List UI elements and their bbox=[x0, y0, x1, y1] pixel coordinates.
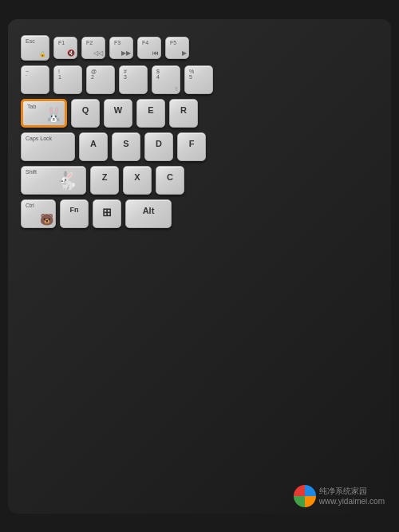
key-2[interactable]: @ 2 bbox=[86, 65, 115, 94]
z-label: Z bbox=[102, 172, 108, 182]
key-f[interactable]: F bbox=[177, 132, 206, 161]
key-4[interactable]: $ 4 ₹ bbox=[152, 65, 180, 94]
shift-label: Shift bbox=[26, 169, 37, 175]
key-3[interactable]: # 3 bbox=[119, 65, 148, 94]
bottom-row: Ctrl 🐻 Fn ⊞ Alt bbox=[21, 199, 378, 228]
key-w[interactable]: W bbox=[104, 99, 132, 128]
key-tab[interactable]: Tab 🐰 bbox=[21, 99, 67, 128]
key-s[interactable]: S bbox=[112, 132, 140, 161]
key-esc[interactable]: Esc 🔒 bbox=[21, 35, 49, 61]
key3-top: # bbox=[124, 69, 127, 74]
key-r[interactable]: R bbox=[169, 99, 198, 128]
key-f3[interactable]: F3 ▶▶ bbox=[109, 37, 133, 59]
key2-bottom: 2 bbox=[91, 74, 94, 80]
key2-top: @ bbox=[91, 69, 97, 74]
watermark-main: 纯净系统家园 bbox=[319, 486, 385, 497]
key-z[interactable]: Z bbox=[90, 166, 119, 195]
key-x[interactable]: X bbox=[123, 166, 152, 195]
key-f2[interactable]: F2 ◁◁ bbox=[81, 37, 105, 59]
key-ctrl[interactable]: Ctrl 🐻 bbox=[21, 199, 56, 228]
watermark-sub: www.yidaimei.com bbox=[319, 497, 385, 506]
d-label: D bbox=[156, 139, 162, 148]
key-1[interactable]: ! 1 bbox=[53, 65, 82, 94]
key-alt[interactable]: Alt bbox=[125, 199, 172, 228]
tab-label: Tab bbox=[27, 104, 36, 109]
key-e[interactable]: E bbox=[136, 99, 165, 128]
c-label: C bbox=[167, 172, 173, 182]
ctrl-sticker: 🐻 bbox=[40, 213, 53, 226]
key-c[interactable]: C bbox=[156, 166, 184, 195]
tilde-top: ~ bbox=[26, 69, 29, 74]
number-row: ~ ` ! 1 @ 2 # 3 $ 4 ₹ % 5 bbox=[21, 65, 378, 94]
key-q[interactable]: Q bbox=[71, 99, 100, 128]
qwerty-row: Tab 🐰 Q W E R bbox=[21, 99, 378, 128]
key-5[interactable]: % 5 bbox=[184, 65, 213, 94]
key4-top: $ bbox=[156, 69, 160, 74]
w-label: W bbox=[114, 105, 122, 115]
win-label: ⊞ bbox=[102, 206, 112, 219]
key5-top: % bbox=[189, 69, 194, 74]
a-label: A bbox=[90, 139, 97, 148]
keyboard-container: Esc 🔒 F1 🔇 F2 ◁◁ F3 ▶▶ F4 ⏮ F5 ▶ ~ ` bbox=[8, 19, 391, 514]
tab-sticker: 🐰 bbox=[45, 106, 62, 124]
key-f4[interactable]: F4 ⏮ bbox=[137, 37, 161, 59]
key-win[interactable]: ⊞ bbox=[93, 199, 121, 228]
ctrl-label: Ctrl bbox=[26, 203, 34, 208]
key-shift[interactable]: Shift 🐇 bbox=[21, 166, 86, 195]
f1-label: F1 bbox=[58, 40, 65, 45]
key1-bottom: 1 bbox=[58, 74, 61, 80]
f-label: F bbox=[189, 139, 195, 148]
key1-top: ! bbox=[58, 69, 60, 74]
key4-bottom: 4 bbox=[156, 74, 160, 80]
fn-row: Esc 🔒 F1 🔇 F2 ◁◁ F3 ▶▶ F4 ⏮ F5 ▶ bbox=[21, 35, 378, 61]
key5-bottom: 5 bbox=[189, 74, 192, 80]
f3-label: F3 bbox=[114, 40, 120, 45]
e-label: E bbox=[148, 105, 153, 115]
key-a[interactable]: A bbox=[79, 132, 108, 161]
fn-label: Fn bbox=[70, 206, 79, 214]
key-f5[interactable]: F5 ▶ bbox=[165, 37, 189, 59]
key-caps-lock[interactable]: Caps Lock bbox=[21, 132, 75, 161]
q-label: Q bbox=[82, 105, 89, 115]
key-d[interactable]: D bbox=[144, 132, 173, 161]
s-label: S bbox=[123, 139, 128, 148]
key3-bottom: 3 bbox=[124, 74, 127, 80]
key-f1[interactable]: F1 🔇 bbox=[53, 37, 77, 59]
f4-label: F4 bbox=[142, 40, 148, 45]
key-fn[interactable]: Fn bbox=[60, 199, 89, 228]
shift-sticker: 🐇 bbox=[56, 171, 77, 191]
r-label: R bbox=[180, 105, 187, 115]
tilde-bottom: ` bbox=[26, 74, 27, 80]
watermark: 纯净系统家园 www.yidaimei.com bbox=[294, 485, 385, 507]
zxcv-row: Shift 🐇 Z X C bbox=[21, 166, 378, 195]
alt-label: Alt bbox=[143, 206, 155, 215]
f2-label: F2 bbox=[86, 40, 93, 45]
asdf-row: Caps Lock A S D F bbox=[21, 132, 378, 161]
f5-label: F5 bbox=[170, 40, 176, 45]
x-label: X bbox=[134, 172, 140, 182]
caps-label: Caps Lock bbox=[26, 136, 52, 141]
key-tilde[interactable]: ~ ` bbox=[21, 65, 49, 94]
esc-label: Esc bbox=[26, 38, 35, 44]
